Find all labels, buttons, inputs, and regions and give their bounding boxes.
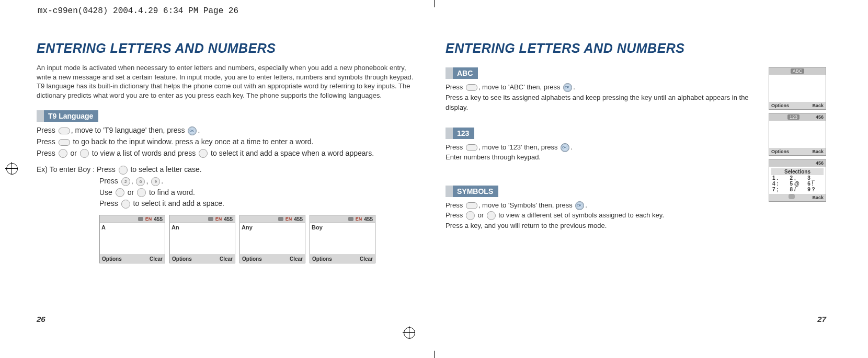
options-softkey: Options bbox=[172, 255, 192, 263]
softkey-icon bbox=[466, 144, 477, 151]
case-key-icon bbox=[119, 166, 128, 175]
mode-tag: ABC bbox=[791, 68, 805, 74]
typed-text: Any bbox=[240, 223, 305, 255]
char-count: 456 bbox=[816, 114, 824, 120]
phone-123: 123456 OptionsBack bbox=[769, 113, 826, 156]
register-circle bbox=[404, 327, 415, 339]
nav-down-icon bbox=[487, 211, 496, 220]
t9-line-1: Press , move to 'T9 language' then, pres… bbox=[37, 125, 417, 136]
char-count: 455 bbox=[154, 216, 163, 222]
sym-cell: 5 @ bbox=[790, 181, 805, 187]
sym-line-1: Press , move to 'Symbols' then, press . bbox=[446, 200, 753, 211]
phone-symbols: 456 Selections 1 .2 ,3 _ 4 :5 @6 ! 7 ;8 … bbox=[769, 159, 826, 202]
text: or bbox=[68, 149, 79, 157]
intro-paragraph: An input mode is activated when necessar… bbox=[37, 63, 417, 100]
text: Press bbox=[37, 126, 58, 134]
lang-label: EN bbox=[145, 216, 152, 222]
text: . bbox=[585, 201, 587, 209]
text: . bbox=[573, 83, 575, 91]
nav-icon bbox=[789, 194, 795, 199]
text: , move to 'Symbols' then, press bbox=[478, 201, 574, 209]
crop-mark-top bbox=[434, 0, 435, 7]
text: to select a letter case. bbox=[129, 165, 202, 174]
key-6-icon: 6 bbox=[136, 177, 145, 186]
text: to select it and add a space when a word… bbox=[209, 149, 374, 157]
nav-down-icon bbox=[137, 188, 146, 197]
text: Press bbox=[97, 165, 118, 174]
abc-line-2: Press a key to see its assigned alphabet… bbox=[446, 93, 753, 113]
page-left: ENTERING LETTERS AND NUMBERS An input mo… bbox=[37, 41, 417, 321]
select-icon bbox=[199, 149, 208, 158]
typed-text: An bbox=[170, 223, 235, 255]
text: Use bbox=[99, 188, 115, 197]
options-softkey: Options bbox=[771, 102, 789, 109]
text: to select it and add a space. bbox=[131, 199, 224, 207]
text: . bbox=[198, 126, 200, 134]
t9-line-3: Press or to view a list of words and pre… bbox=[37, 148, 417, 159]
nav-down-icon bbox=[80, 149, 89, 158]
options-softkey: Options bbox=[312, 255, 332, 263]
back-softkey: Back bbox=[812, 148, 824, 155]
phone-abc: ABC OptionsBack bbox=[769, 67, 826, 110]
text: Press bbox=[37, 149, 58, 157]
sym-cell: 8 / bbox=[790, 187, 805, 192]
example-line-2: Press 2, 6, 9. bbox=[99, 176, 417, 187]
text: . bbox=[161, 177, 163, 185]
sym-cell: 6 ! bbox=[807, 181, 823, 187]
select-icon bbox=[121, 200, 130, 209]
nav-up-icon bbox=[59, 149, 67, 158]
text: Press bbox=[446, 83, 465, 91]
section-t9-language: T9 Language bbox=[37, 110, 98, 122]
mode-tag: 123 bbox=[787, 114, 800, 120]
sym-cell: 7 ; bbox=[772, 187, 787, 192]
text: or bbox=[476, 211, 486, 219]
char-count: 455 bbox=[364, 216, 373, 222]
print-header: mx-c99en(0428) 2004.4.29 6:34 PM Page 26 bbox=[38, 6, 238, 16]
back-softkey: Back bbox=[812, 194, 824, 201]
text: to find a word. bbox=[147, 188, 195, 197]
example-line-3: Use or to find a word. bbox=[99, 187, 417, 199]
nav-up-icon bbox=[116, 188, 124, 197]
lang-label: EN bbox=[356, 216, 362, 222]
123-line-1: Press , move to '123' then, press . bbox=[446, 142, 753, 153]
lang-label: EN bbox=[215, 216, 222, 222]
example-phone-row: EN455 A OptionsClear EN455 An OptionsCle… bbox=[99, 215, 417, 263]
back-softkey: Back bbox=[812, 102, 824, 109]
signal-icon bbox=[348, 217, 353, 221]
text: Press bbox=[446, 143, 465, 151]
selections-title: Selections bbox=[771, 168, 824, 175]
softkey-icon bbox=[466, 202, 477, 209]
abc-line-1: Press , move to 'ABC' then, press . bbox=[446, 82, 753, 93]
page-number-left: 26 bbox=[37, 315, 45, 324]
clear-softkey: Clear bbox=[360, 255, 373, 263]
nav-down-icon bbox=[59, 139, 70, 146]
text: Press bbox=[37, 137, 58, 146]
char-count: 455 bbox=[294, 216, 303, 222]
text: to view a list of words and press bbox=[90, 149, 198, 157]
typed-text: Boy bbox=[310, 223, 375, 255]
section-123: 123 bbox=[446, 128, 474, 139]
ok-icon bbox=[563, 83, 572, 92]
text: , move to 'T9 language' then, press bbox=[71, 126, 187, 134]
page-number-right: 27 bbox=[817, 315, 826, 324]
text: , bbox=[131, 177, 135, 185]
clear-softkey: Clear bbox=[150, 255, 163, 263]
options-softkey: Options bbox=[242, 255, 262, 263]
softkey-icon bbox=[59, 128, 70, 134]
section-symbols: SYMBOLS bbox=[446, 186, 498, 197]
text: . bbox=[570, 143, 573, 151]
sym-cell: 3 _ bbox=[807, 175, 823, 181]
key-9-icon: 9 bbox=[151, 177, 160, 186]
right-phone-column: ABC OptionsBack 123456 OptionsBack 456 S… bbox=[769, 67, 826, 205]
nav-up-icon bbox=[466, 211, 475, 220]
sym-cell: 2 , bbox=[790, 175, 805, 181]
sym-cell: 1 . bbox=[772, 175, 787, 181]
char-count: 456 bbox=[816, 160, 824, 166]
options-softkey: Options bbox=[102, 255, 122, 263]
page-title: ENTERING LETTERS AND NUMBERS bbox=[446, 41, 826, 56]
sym-cell: 4 : bbox=[772, 181, 787, 187]
t9-line-2: Press to go back to the input window. pr… bbox=[37, 136, 417, 148]
example-label: Ex) To enter Boy : bbox=[37, 165, 97, 174]
signal-icon bbox=[278, 217, 283, 221]
text: , move to '123' then, press bbox=[478, 143, 559, 151]
